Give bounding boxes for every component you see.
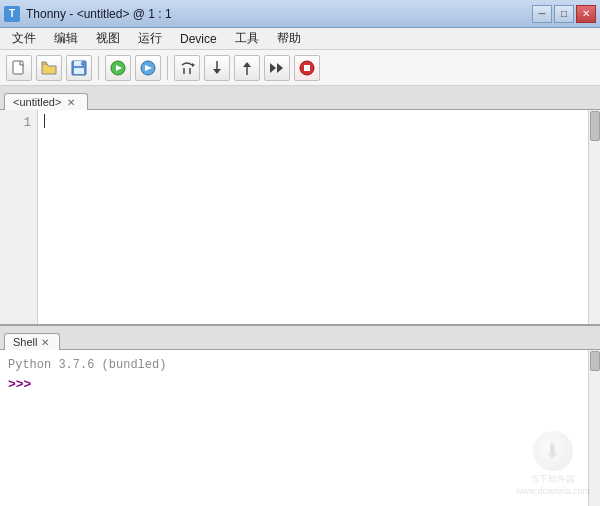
shell-prompt[interactable]: >>> (8, 376, 580, 394)
open-button[interactable] (36, 55, 62, 81)
menu-item-帮助[interactable]: 帮助 (269, 28, 309, 49)
toolbar-separator-1 (98, 56, 99, 80)
shell-tab[interactable]: Shell ✕ (4, 333, 60, 350)
svg-marker-10 (192, 63, 195, 67)
cursor-line (44, 114, 582, 128)
menu-item-工具[interactable]: 工具 (227, 28, 267, 49)
minimize-button[interactable]: ─ (532, 5, 552, 23)
svg-rect-3 (74, 68, 84, 74)
svg-marker-14 (213, 69, 221, 74)
editor-section: <untitled> ✕ 1 (0, 86, 600, 326)
shell-info: Python 3.7.6 (bundled) (8, 356, 580, 374)
title-text: Thonny - <untitled> @ 1 : 1 (26, 7, 172, 21)
title-left: T Thonny - <untitled> @ 1 : 1 (4, 6, 172, 22)
line-number-1: 1 (18, 114, 37, 132)
maximize-button[interactable]: □ (554, 5, 574, 23)
svg-rect-4 (81, 62, 82, 65)
svg-marker-18 (277, 63, 283, 73)
editor-tab-untitled[interactable]: <untitled> ✕ (4, 93, 88, 110)
shell-content: Python 3.7.6 (bundled) >>> (0, 350, 600, 506)
editor-tab-bar: <untitled> ✕ (0, 86, 600, 110)
editor-tab-close[interactable]: ✕ (65, 97, 77, 108)
line-numbers: 1 (0, 110, 38, 324)
svg-rect-20 (304, 65, 310, 71)
window-controls: ─ □ ✕ (532, 5, 596, 23)
close-button[interactable]: ✕ (576, 5, 596, 23)
text-cursor (44, 114, 45, 128)
step-into-button[interactable] (204, 55, 230, 81)
menu-item-文件[interactable]: 文件 (4, 28, 44, 49)
shell-tab-close[interactable]: ✕ (41, 337, 49, 348)
shell-text-area[interactable]: Python 3.7.6 (bundled) >>> (0, 350, 588, 506)
new-button[interactable] (6, 55, 32, 81)
debug-button[interactable] (135, 55, 161, 81)
run-button[interactable] (105, 55, 131, 81)
main-area: <untitled> ✕ 1 Shell ✕ (0, 86, 600, 506)
step-out-button[interactable] (234, 55, 260, 81)
resume-button[interactable] (264, 55, 290, 81)
svg-marker-16 (243, 62, 251, 67)
svg-marker-17 (270, 63, 276, 73)
shell-tab-bar: Shell ✕ (0, 326, 600, 350)
shell-section: Shell ✕ Python 3.7.6 (bundled) >>> (0, 326, 600, 506)
menu-item-编辑[interactable]: 编辑 (46, 28, 86, 49)
editor-scrollbar-thumb[interactable] (590, 111, 600, 141)
toolbar-separator-2 (167, 56, 168, 80)
editor-scrollbar[interactable] (588, 110, 600, 324)
code-editor[interactable]: 1 (0, 110, 600, 324)
shell-scrollbar-thumb[interactable] (590, 351, 600, 371)
app-icon: T (4, 6, 20, 22)
menu-item-运行[interactable]: 运行 (130, 28, 170, 49)
title-bar: T Thonny - <untitled> @ 1 : 1 ─ □ ✕ (0, 0, 600, 28)
menu-item-Device[interactable]: Device (172, 30, 225, 48)
shell-scrollbar[interactable] (588, 350, 600, 506)
step-over-button[interactable] (174, 55, 200, 81)
save-button[interactable] (66, 55, 92, 81)
code-content[interactable] (38, 110, 588, 324)
stop-button[interactable] (294, 55, 320, 81)
menu-bar: 文件编辑视图运行Device工具帮助 (0, 28, 600, 50)
toolbar (0, 50, 600, 86)
svg-rect-2 (74, 61, 82, 66)
menu-item-视图[interactable]: 视图 (88, 28, 128, 49)
